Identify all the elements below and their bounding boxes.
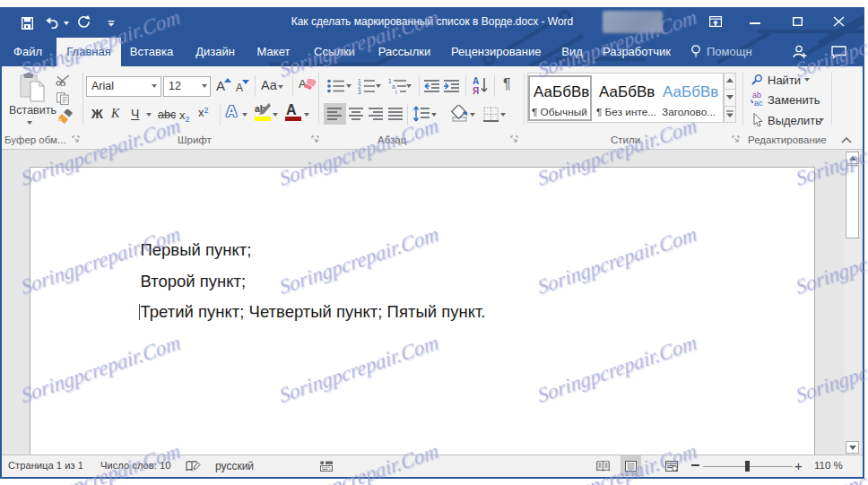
svg-text:Я: Я xyxy=(473,86,479,95)
svg-text:i: i xyxy=(395,89,396,95)
svg-text:3: 3 xyxy=(358,89,361,95)
svg-text:ac: ac xyxy=(754,99,763,107)
svg-text:А: А xyxy=(473,76,479,86)
